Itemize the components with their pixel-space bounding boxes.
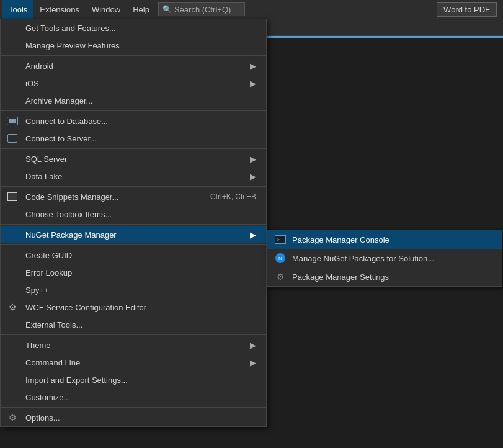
menu-item-external-tools[interactable]: External Tools...	[1, 316, 266, 333]
manage-nuget-icon: N	[272, 253, 288, 263]
menu-item-connect-db[interactable]: Connect to Database...	[1, 112, 266, 130]
menu-item-choose-toolbox[interactable]: Choose Toolbox Items...	[1, 205, 266, 223]
menu-item-archive[interactable]: Archive Manager...	[1, 92, 266, 109]
sep7	[1, 334, 266, 335]
ios-label: iOS	[25, 79, 39, 88]
code-snippets-label: Code Snippets Manager...	[25, 192, 118, 202]
blue-highlight-bar	[267, 36, 503, 38]
search-placeholder: Search (Ctrl+Q)	[174, 5, 231, 14]
menu-item-connect-server[interactable]: Connect to Server...	[1, 130, 266, 147]
sql-arrow: ▶	[250, 155, 256, 164]
android-label: Android	[25, 61, 53, 71]
archive-label: Archive Manager...	[25, 96, 92, 105]
sep1	[1, 55, 266, 56]
wcf-label: WCF Service Configuration Editor	[25, 303, 146, 312]
menu-item-import-export[interactable]: Import and Export Settings...	[1, 371, 266, 388]
connect-db-label: Connect to Database...	[25, 117, 108, 126]
connect-db-icon	[4, 117, 20, 125]
menu-item-options[interactable]: ⚙ Options...	[1, 409, 266, 426]
external-tools-label: External Tools...	[25, 320, 82, 329]
pkg-console-label: Package Manager Console	[292, 235, 389, 244]
sep2	[1, 110, 266, 111]
menu-item-command-line[interactable]: Command Line ▶	[1, 354, 266, 371]
create-guid-label: Create GUID	[25, 251, 72, 260]
options-icon: ⚙	[4, 413, 20, 423]
options-label: Options...	[25, 413, 60, 423]
ios-arrow: ▶	[250, 79, 256, 88]
menu-item-manage-preview[interactable]: Manage Preview Features	[1, 37, 266, 54]
nuget-circle-icon: N	[275, 253, 285, 263]
submenu-item-manage-nuget[interactable]: N Manage NuGet Packages for Solution...	[267, 249, 502, 267]
nuget-submenu: Package Manager Console N Manage NuGet P…	[267, 230, 502, 287]
nuget-label: NuGet Package Manager	[25, 230, 117, 240]
choose-toolbox-label: Choose Toolbox Items...	[25, 210, 112, 219]
pkg-console-icon	[272, 235, 288, 244]
menu-help[interactable]: Help	[127, 0, 156, 19]
sep5	[1, 224, 266, 225]
sep3	[1, 148, 266, 149]
menu-extensions[interactable]: Extensions	[33, 0, 86, 19]
sep6	[1, 244, 266, 245]
menu-item-ios[interactable]: iOS ▶	[1, 74, 266, 92]
menu-item-error-lookup[interactable]: Error Lookup	[1, 264, 266, 281]
error-lookup-label: Error Lookup	[25, 268, 72, 277]
manage-preview-label: Manage Preview Features	[25, 41, 120, 50]
pkg-settings-icon: ⚙	[272, 272, 288, 282]
theme-arrow: ▶	[250, 341, 256, 350]
sep8	[1, 407, 266, 408]
import-export-label: Import and Export Settings...	[25, 375, 128, 385]
menu-item-sql-server[interactable]: SQL Server ▶	[1, 150, 266, 168]
search-icon: 🔍	[162, 5, 172, 14]
menu-item-get-tools[interactable]: Get Tools and Features...	[1, 19, 266, 37]
customize-label: Customize...	[25, 393, 70, 402]
data-lake-arrow: ▶	[250, 172, 256, 181]
menu-item-spy[interactable]: Spy++	[1, 281, 266, 298]
command-line-label: Command Line	[25, 358, 80, 367]
menu-item-android[interactable]: Android ▶	[1, 57, 266, 74]
pkg-settings-label: Package Manager Settings	[292, 272, 389, 282]
connect-server-label: Connect to Server...	[25, 134, 97, 143]
code-snippets-shortcut: Ctrl+K, Ctrl+B	[210, 192, 256, 201]
menu-item-nuget[interactable]: NuGet Package Manager ▶	[1, 226, 266, 243]
manage-nuget-label: Manage NuGet Packages for Solution...	[292, 254, 434, 263]
menu-bar: Tools Extensions Window Help 🔍 Search (C…	[0, 0, 503, 19]
android-arrow: ▶	[250, 61, 256, 71]
menu-item-data-lake[interactable]: Data Lake ▶	[1, 168, 266, 185]
search-box[interactable]: 🔍 Search (Ctrl+Q)	[158, 2, 245, 16]
command-line-arrow: ▶	[250, 358, 256, 367]
word-to-pdf-button[interactable]: Word to PDF	[437, 2, 497, 17]
sql-server-label: SQL Server	[25, 155, 67, 164]
console-icon-shape	[275, 235, 286, 244]
options-gear-icon: ⚙	[9, 413, 17, 423]
spy-label: Spy++	[25, 285, 49, 295]
menu-item-code-snippets[interactable]: Code Snippets Manager... Ctrl+K, Ctrl+B	[1, 188, 266, 205]
wcf-gear-icon: ⚙	[9, 302, 17, 312]
data-lake-label: Data Lake	[25, 172, 62, 181]
pkg-settings-gear-icon: ⚙	[277, 272, 285, 282]
menu-item-wcf[interactable]: ⚙ WCF Service Configuration Editor	[1, 298, 266, 316]
menu-item-theme[interactable]: Theme ▶	[1, 336, 266, 354]
nuget-arrow: ▶	[250, 230, 256, 240]
menu-tools[interactable]: Tools	[2, 0, 33, 19]
menu-item-customize[interactable]: Customize...	[1, 388, 266, 406]
wcf-icon: ⚙	[4, 302, 20, 312]
tools-dropdown-menu: Get Tools and Features... Manage Preview…	[0, 19, 267, 427]
get-tools-label: Get Tools and Features...	[25, 24, 116, 33]
theme-label: Theme	[25, 341, 50, 350]
connect-server-icon	[4, 134, 20, 143]
submenu-item-pkg-console[interactable]: Package Manager Console	[267, 230, 502, 249]
code-snippets-icon	[4, 192, 20, 201]
submenu-item-pkg-settings[interactable]: ⚙ Package Manager Settings	[267, 267, 502, 286]
menu-window[interactable]: Window	[86, 0, 127, 19]
sep4	[1, 186, 266, 187]
menu-item-create-guid[interactable]: Create GUID	[1, 246, 266, 264]
